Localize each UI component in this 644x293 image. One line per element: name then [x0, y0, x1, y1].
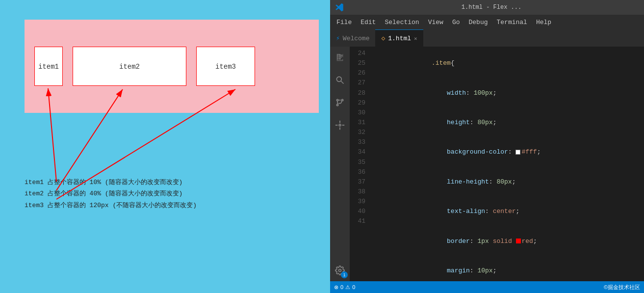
- menu-view[interactable]: View: [424, 17, 447, 27]
- menu-file[interactable]: File: [333, 17, 356, 27]
- svg-point-14: [336, 104, 338, 106]
- code-line-30: border: 1px solid red;: [370, 227, 644, 256]
- menu-debug[interactable]: Debug: [464, 17, 491, 27]
- title-text: 1.html - Flex ...: [462, 4, 521, 11]
- warning-number: 0: [352, 284, 355, 290]
- svg-rect-8: [337, 58, 338, 59]
- editor-body: 24 25 26 27 28 29 30 31 32 33 34 35 36 3…: [330, 47, 644, 281]
- flex-container: item1 item2 item3: [25, 20, 319, 113]
- menu-go[interactable]: Go: [448, 17, 464, 27]
- tab-welcome-label: Welcome: [343, 35, 370, 42]
- svg-rect-9: [338, 58, 341, 59]
- activity-bar: [330, 47, 350, 281]
- code-line-28: line-height: 80px;: [370, 167, 644, 197]
- status-brand: ©掘金技术社区: [604, 284, 640, 291]
- tab-1html-label: 1.html: [388, 35, 411, 42]
- tab-welcome[interactable]: ⚡ Welcome: [330, 29, 375, 47]
- item3: item3: [196, 47, 255, 86]
- vscode-panel: 1.html - Flex ... File Edit Selection Vi…: [330, 0, 644, 293]
- activity-explorer-icon[interactable]: [333, 51, 347, 64]
- code-content: 24 25 26 27 28 29 30 31 32 33 34 35 36 3…: [350, 47, 644, 281]
- annotation-text: item1 占整个容器的 10% (随容器大小的改变而改变) item2 占整个…: [25, 177, 197, 211]
- line-numbers: 24 25 26 27 28 29 30 31 32 33 34 35 36 3…: [350, 49, 370, 281]
- code-lines: .item{ width: 100px; height: 80px; backg…: [370, 49, 644, 281]
- svg-rect-6: [337, 56, 338, 57]
- tab-1html[interactable]: ◇ 1.html ✕: [375, 29, 423, 47]
- activity-git-icon[interactable]: [333, 96, 347, 109]
- status-bar: ⊗ 0 ⚠ 0 ©掘金技术社区: [330, 281, 644, 293]
- svg-point-10: [336, 77, 341, 81]
- svg-point-12: [336, 99, 338, 101]
- annotation-item3: item3 占整个容器的 120px (不随容器大小的改变而改变): [25, 200, 197, 211]
- menu-selection[interactable]: Selection: [381, 17, 423, 27]
- code-line-31: margin: 10px;: [370, 256, 644, 281]
- menu-bar: File Edit Selection View Go Debug Termin…: [330, 15, 644, 29]
- svg-point-15: [339, 124, 341, 126]
- activity-gear-icon[interactable]: [333, 264, 347, 277]
- item1: item1: [34, 47, 63, 86]
- svg-point-13: [341, 99, 343, 101]
- annotation-item2: item2 占整个容器的 40% (随容器大小的改变而改变): [25, 188, 197, 199]
- svg-rect-7: [338, 56, 341, 57]
- menu-terminal[interactable]: Terminal: [493, 17, 531, 27]
- menu-help[interactable]: Help: [532, 17, 555, 27]
- svg-rect-4: [337, 55, 338, 56]
- vscode-logo-icon: [335, 3, 344, 12]
- item2: item2: [73, 47, 186, 86]
- code-line-25: width: 100px;: [370, 78, 644, 107]
- title-bar: 1.html - Flex ...: [330, 0, 644, 15]
- svg-line-11: [341, 81, 344, 84]
- error-icon: ⊗: [334, 284, 338, 291]
- code-line-26: height: 80px;: [370, 108, 644, 137]
- warning-icon: ⚠: [345, 284, 350, 291]
- annotation-item1: item1 占整个容器的 10% (随容器大小的改变而改变): [25, 177, 197, 188]
- tab-close-icon[interactable]: ✕: [414, 35, 417, 42]
- menu-edit[interactable]: Edit: [357, 17, 380, 27]
- activity-extensions-icon[interactable]: [333, 118, 347, 132]
- code-line-29: text-align: center;: [370, 197, 644, 226]
- status-left: ⊗ 0 ⚠ 0: [334, 284, 355, 291]
- preview-area: item1 item2 item3 item1 占整个容器的 10% (随容器大…: [15, 10, 324, 285]
- activity-search-icon[interactable]: [333, 73, 347, 87]
- code-editor[interactable]: 24 25 26 27 28 29 30 31 32 33 34 35 36 3…: [350, 47, 644, 281]
- code-line-24: .item{: [370, 49, 644, 78]
- error-count: ⊗ 0 ⚠ 0: [334, 284, 355, 291]
- error-number: 0: [340, 284, 343, 290]
- tab-bar: ⚡ Welcome ◇ 1.html ✕: [330, 29, 644, 47]
- svg-rect-5: [338, 55, 341, 56]
- code-line-27: background-color: #fff;: [370, 137, 644, 167]
